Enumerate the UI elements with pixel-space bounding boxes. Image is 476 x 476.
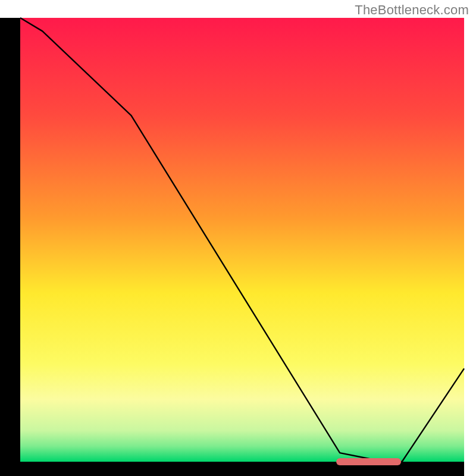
plot-background [20,18,464,462]
chart-container: TheBottleneck.com [0,0,476,476]
watermark-text: TheBottleneck.com [355,2,469,18]
y-axis [0,18,20,476]
bottleneck-chart [0,0,476,476]
